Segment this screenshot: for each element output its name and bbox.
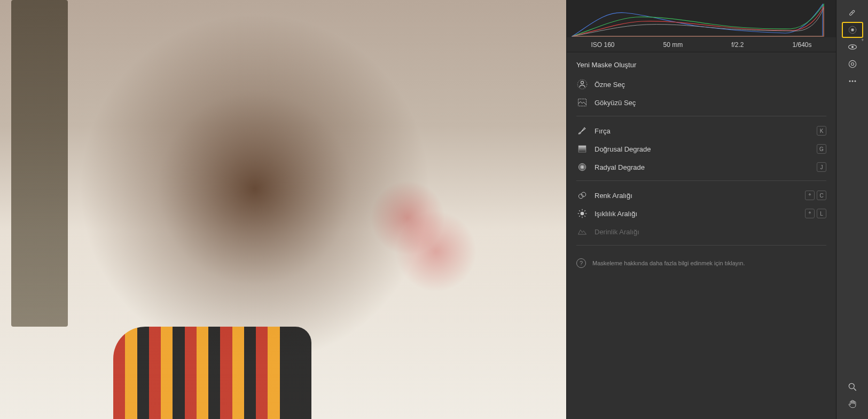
divider <box>576 116 826 116</box>
radial-gradient-mask[interactable]: Radyal Degrade J <box>574 158 828 176</box>
luminance-range-mask[interactable]: Işıklılık Aralığı L <box>574 204 828 223</box>
radial-shortcut: J <box>817 162 826 172</box>
linear-shortcut: G <box>817 144 826 154</box>
exif-aperture: f/2.2 <box>731 41 744 49</box>
tool-rail: + <box>836 0 868 419</box>
redeye-tool[interactable]: + <box>842 39 863 55</box>
svg-rect-4 <box>578 146 585 152</box>
brush-label: Fırça <box>595 127 817 135</box>
sky-icon <box>576 97 588 108</box>
color-range-label: Renk Aralığı <box>595 192 805 200</box>
subject-icon <box>576 78 588 90</box>
color-range-shortcut: C <box>805 191 826 200</box>
svg-line-16 <box>584 210 585 211</box>
image-viewport[interactable] <box>0 0 566 419</box>
select-subject[interactable]: Özne Seç <box>574 75 828 93</box>
luminance-shortcut: L <box>805 209 826 218</box>
svg-point-8 <box>581 212 584 216</box>
presets-tool[interactable] <box>842 56 863 72</box>
svg-point-25 <box>849 81 850 82</box>
svg-point-23 <box>849 60 856 67</box>
svg-point-28 <box>849 383 854 389</box>
photo-placeholder <box>0 0 566 419</box>
radial-gradient-label: Radyal Degrade <box>595 163 817 171</box>
masking-tool[interactable] <box>842 22 863 38</box>
svg-point-5 <box>578 163 585 170</box>
svg-line-18 <box>851 12 853 13</box>
hand-tool[interactable] <box>842 396 863 412</box>
exif-shutter: 1/640s <box>792 41 811 49</box>
mask-panel: Yeni Maske Oluştur Özne Seç Gökyüzü Seç … <box>567 52 836 419</box>
depth-range-mask: Derinlik Aralığı <box>574 223 828 241</box>
luminance-range-icon <box>576 208 588 219</box>
exif-iso: ISO 160 <box>591 41 614 49</box>
histogram[interactable] <box>567 0 836 37</box>
svg-line-15 <box>579 216 580 217</box>
more-tool[interactable] <box>842 73 863 89</box>
svg-point-20 <box>850 28 854 32</box>
svg-point-0 <box>581 81 584 84</box>
svg-point-24 <box>851 63 854 66</box>
svg-rect-17 <box>849 10 855 16</box>
select-sky[interactable]: Gökyüzü Seç <box>574 93 828 112</box>
depth-range-icon <box>576 226 588 238</box>
linear-gradient-mask[interactable]: Doğrusal Degrade G <box>574 140 828 158</box>
exif-focal: 50 mm <box>663 41 683 49</box>
select-subject-label: Özne Seç <box>595 81 826 89</box>
color-range-icon <box>576 189 588 201</box>
color-range-mask[interactable]: Renk Aralığı C <box>574 186 828 204</box>
svg-point-22 <box>851 46 853 48</box>
divider <box>576 180 826 181</box>
luminance-range-label: Işıklılık Aralığı <box>595 210 805 218</box>
help-text: Maskeleme hakkında daha fazla bilgi edin… <box>592 260 745 266</box>
brush-shortcut: K <box>817 126 826 136</box>
panel-title: Yeni Maske Oluştur <box>574 58 828 75</box>
help-icon: ? <box>576 258 586 268</box>
linear-gradient-icon <box>576 143 588 155</box>
select-sky-label: Gökyüzü Seç <box>595 99 826 107</box>
svg-point-27 <box>854 81 856 82</box>
brush-icon <box>576 125 588 137</box>
depth-range-label: Derinlik Aralığı <box>595 228 826 236</box>
healing-tool[interactable] <box>842 5 863 21</box>
divider <box>576 245 826 246</box>
linear-gradient-label: Doğrusal Degrade <box>595 145 817 153</box>
svg-point-26 <box>851 81 853 82</box>
svg-line-14 <box>584 216 585 217</box>
exif-bar: ISO 160 50 mm f/2.2 1/640s <box>567 37 836 52</box>
help-link[interactable]: ? Maskeleme hakkında daha fazla bilgi ed… <box>574 251 828 275</box>
radial-gradient-icon <box>576 161 588 173</box>
svg-line-13 <box>579 210 580 211</box>
brush-mask[interactable]: Fırça K <box>574 122 828 140</box>
zoom-tool[interactable] <box>842 379 863 395</box>
svg-line-29 <box>854 389 856 391</box>
plus-icon: + <box>861 38 864 43</box>
right-panel: ISO 160 50 mm f/2.2 1/640s Yeni Maske Ol… <box>566 0 836 419</box>
